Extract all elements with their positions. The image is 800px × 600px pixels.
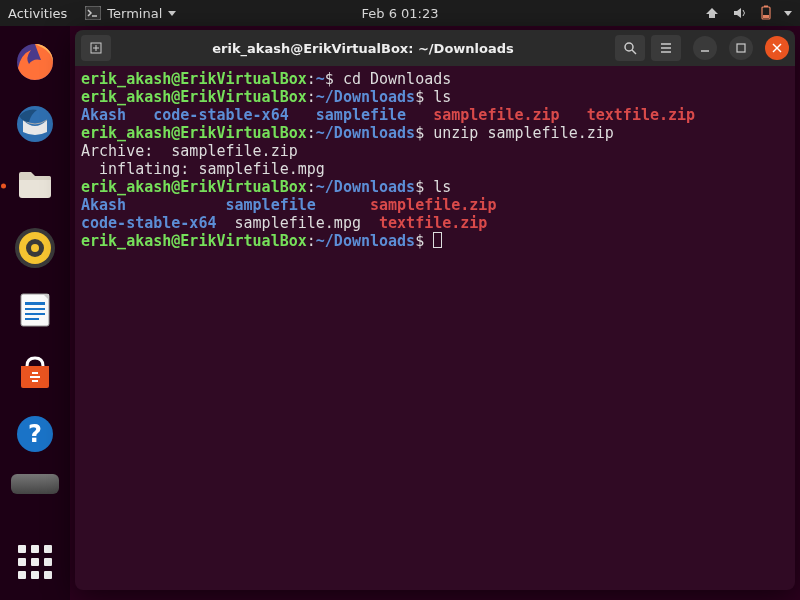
svg-rect-14 <box>25 308 45 310</box>
svg-rect-4 <box>763 15 769 18</box>
svg-line-26 <box>632 50 636 54</box>
running-indicator <box>1 184 6 189</box>
cursor <box>433 232 442 248</box>
firefox-icon[interactable] <box>11 38 59 86</box>
term-line: erik_akash@ErikVirtualBox:~/Downloads$ <box>81 232 789 250</box>
close-button[interactable] <box>765 36 789 60</box>
system-menu-chevron-icon[interactable] <box>784 11 792 16</box>
libreoffice-writer-icon[interactable] <box>11 286 59 334</box>
svg-rect-18 <box>30 376 40 378</box>
ubuntu-software-icon[interactable] <box>11 348 59 396</box>
rhythmbox-icon[interactable] <box>11 224 59 272</box>
battery-icon[interactable] <box>760 5 772 21</box>
titlebar[interactable]: erik_akash@ErikVirtualBox: ~/Downloads <box>75 30 795 66</box>
external-drive-icon[interactable] <box>11 472 59 496</box>
terminal-window: erik_akash@ErikVirtualBox: ~/Downloads e… <box>75 30 795 590</box>
thunderbird-icon[interactable] <box>11 100 59 148</box>
app-menu-label: Terminal <box>107 6 162 21</box>
svg-rect-19 <box>32 380 38 382</box>
window-title: erik_akash@ErikVirtualBox: ~/Downloads <box>117 41 609 56</box>
dock: ? <box>0 26 70 600</box>
terminal-body[interactable]: erik_akash@ErikVirtualBox:~$ cd Download… <box>75 66 795 590</box>
term-line: Akash samplefile samplefile.zip <box>81 196 789 214</box>
svg-point-11 <box>31 244 39 252</box>
minimize-button[interactable] <box>693 36 717 60</box>
svg-rect-15 <box>25 313 45 315</box>
activities-button[interactable]: Activities <box>8 6 67 21</box>
minimize-icon <box>699 42 711 54</box>
svg-point-25 <box>625 43 633 51</box>
term-line: erik_akash@ErikVirtualBox:~/Downloads$ l… <box>81 88 789 106</box>
show-applications-button[interactable] <box>11 538 59 586</box>
maximize-icon <box>735 42 747 54</box>
hamburger-icon <box>658 40 674 56</box>
svg-rect-31 <box>737 44 745 52</box>
network-icon[interactable] <box>704 6 720 20</box>
maximize-button[interactable] <box>729 36 753 60</box>
term-line: code-stable-x64 samplefile.mpg textfile.… <box>81 214 789 232</box>
close-icon <box>771 42 783 54</box>
help-icon[interactable]: ? <box>11 410 59 458</box>
search-button[interactable] <box>615 35 645 61</box>
svg-text:?: ? <box>28 420 42 448</box>
app-menu[interactable]: Terminal <box>85 6 176 21</box>
terminal-icon <box>85 6 101 20</box>
svg-rect-3 <box>764 6 768 8</box>
svg-rect-17 <box>32 372 38 374</box>
term-line: Akash code-stable-x64 samplefile samplef… <box>81 106 789 124</box>
svg-rect-16 <box>25 318 39 320</box>
term-line: Archive: samplefile.zip <box>81 142 789 160</box>
chevron-down-icon <box>168 11 176 16</box>
svg-rect-0 <box>85 6 101 20</box>
clock[interactable]: Feb 6 01:23 <box>361 6 438 21</box>
search-icon <box>622 40 638 56</box>
new-tab-button[interactable] <box>81 35 111 61</box>
new-tab-icon <box>88 40 104 56</box>
term-line: erik_akash@ErikVirtualBox:~$ cd Download… <box>81 70 789 88</box>
term-line: erik_akash@ErikVirtualBox:~/Downloads$ l… <box>81 178 789 196</box>
hamburger-menu-button[interactable] <box>651 35 681 61</box>
volume-icon[interactable] <box>732 6 748 20</box>
files-icon[interactable] <box>11 162 59 210</box>
term-line: erik_akash@ErikVirtualBox:~/Downloads$ u… <box>81 124 789 142</box>
apps-grid-icon <box>18 545 52 579</box>
svg-rect-13 <box>25 302 45 305</box>
gnome-topbar: Activities Terminal Feb 6 01:23 <box>0 0 800 26</box>
term-line: inflating: samplefile.mpg <box>81 160 789 178</box>
